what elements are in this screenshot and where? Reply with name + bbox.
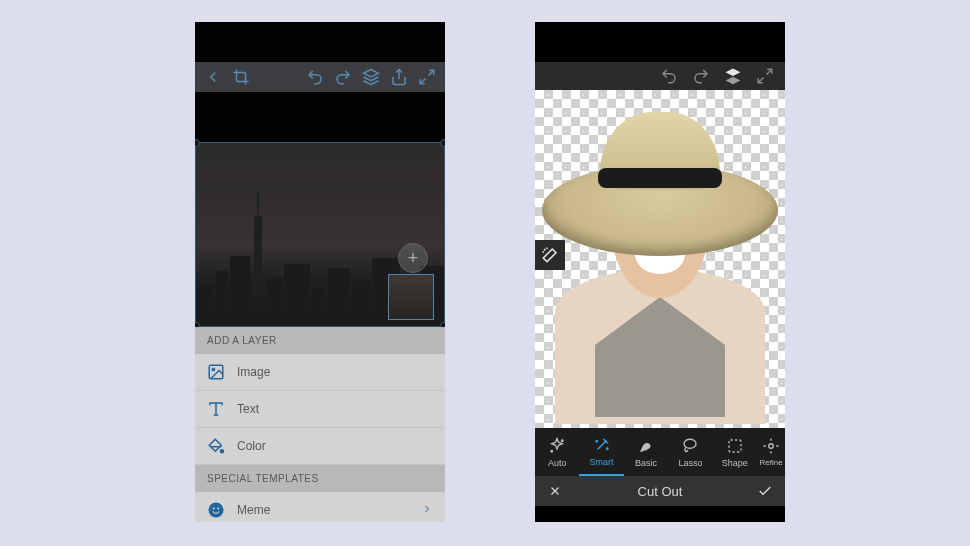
panel-row-label: Image xyxy=(237,365,270,379)
selection-handle[interactable] xyxy=(195,139,200,147)
panel-header-templates: SPECIAL TEMPLATES xyxy=(195,465,445,492)
svg-point-11 xyxy=(217,508,219,510)
crop-icon[interactable] xyxy=(229,65,253,89)
plus-icon: + xyxy=(408,248,419,269)
chevron-right-icon xyxy=(421,503,433,518)
tool-label: Basic xyxy=(635,458,657,468)
svg-point-8 xyxy=(221,450,224,453)
transparent-canvas[interactable] xyxy=(535,90,785,428)
text-icon xyxy=(207,400,225,418)
panel-row-label: Color xyxy=(237,439,266,453)
add-layer-button[interactable]: + xyxy=(398,243,428,273)
layer-thumbnail[interactable] xyxy=(388,274,434,320)
svg-point-17 xyxy=(551,450,553,452)
redo-icon[interactable] xyxy=(331,65,355,89)
svg-point-10 xyxy=(213,508,215,510)
layers-icon[interactable] xyxy=(721,64,745,88)
cancel-button[interactable] xyxy=(535,484,575,498)
fullscreen-icon[interactable] xyxy=(415,65,439,89)
svg-marker-12 xyxy=(726,69,741,77)
tool-label: Lasso xyxy=(678,458,702,468)
tool-smart[interactable]: Smart xyxy=(579,428,623,476)
back-icon[interactable] xyxy=(201,65,225,89)
tool-label: Refine xyxy=(759,458,782,467)
tool-lasso[interactable]: Lasso xyxy=(668,428,712,476)
phone-screen-right: Auto Smart Basic Lasso Shape Refine Cut … xyxy=(535,22,785,522)
svg-line-3 xyxy=(420,79,425,84)
tool-row: Auto Smart Basic Lasso Shape Refine xyxy=(535,428,785,476)
confirm-button[interactable] xyxy=(745,483,785,499)
svg-line-14 xyxy=(767,69,772,74)
layers-icon[interactable] xyxy=(359,65,383,89)
image-icon xyxy=(207,363,225,381)
redo-icon[interactable] xyxy=(689,64,713,88)
svg-point-19 xyxy=(606,448,608,450)
svg-point-9 xyxy=(209,503,224,518)
svg-marker-0 xyxy=(364,70,379,78)
top-toolbar xyxy=(535,62,785,90)
panel-row-label: Text xyxy=(237,402,259,416)
svg-point-20 xyxy=(684,439,696,448)
svg-line-15 xyxy=(758,78,763,83)
tool-auto[interactable]: Auto xyxy=(535,428,579,476)
canvas[interactable]: + xyxy=(195,142,445,327)
undo-icon[interactable] xyxy=(657,64,681,88)
undo-icon[interactable] xyxy=(303,65,327,89)
svg-point-22 xyxy=(769,444,774,449)
svg-point-18 xyxy=(596,440,598,442)
tool-shape[interactable]: Shape xyxy=(713,428,757,476)
action-title: Cut Out xyxy=(575,484,745,499)
svg-point-5 xyxy=(212,368,214,370)
svg-point-16 xyxy=(562,440,564,442)
tool-label: Auto xyxy=(548,458,567,468)
tool-refine[interactable]: Refine xyxy=(757,428,785,476)
selection-handle[interactable] xyxy=(440,139,445,147)
panel-header-add-layer: ADD A LAYER xyxy=(195,327,445,354)
share-icon[interactable] xyxy=(387,65,411,89)
tool-label: Shape xyxy=(722,458,748,468)
svg-line-2 xyxy=(429,70,434,75)
top-toolbar xyxy=(195,62,445,92)
add-layer-panel: ADD A LAYER Image Text Color SPECIAL TEM… xyxy=(195,327,445,522)
smiley-icon xyxy=(207,501,225,519)
cutout-subject xyxy=(535,94,785,424)
magic-wand-button[interactable] xyxy=(535,240,565,270)
action-bar: Cut Out xyxy=(535,476,785,506)
svg-marker-13 xyxy=(726,77,741,85)
panel-row-meme[interactable]: Meme xyxy=(195,492,445,522)
panel-row-image[interactable]: Image xyxy=(195,354,445,391)
panel-row-label: Meme xyxy=(237,503,270,517)
tool-basic[interactable]: Basic xyxy=(624,428,668,476)
paint-bucket-icon xyxy=(207,437,225,455)
tool-label: Smart xyxy=(590,457,614,467)
fullscreen-icon[interactable] xyxy=(753,64,777,88)
svg-rect-21 xyxy=(729,440,741,452)
panel-row-text[interactable]: Text xyxy=(195,391,445,428)
phone-screen-left: + ADD A LAYER Image Text Color SPECIAL T… xyxy=(195,22,445,522)
panel-row-color[interactable]: Color xyxy=(195,428,445,465)
